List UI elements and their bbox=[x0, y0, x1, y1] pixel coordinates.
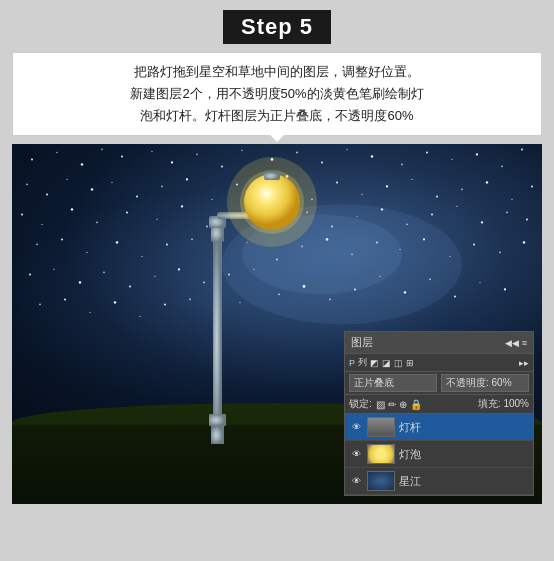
visibility-eye-lamppost[interactable]: 👁 bbox=[349, 422, 363, 432]
blend-mode-select[interactable]: 正片叠底 bbox=[349, 374, 437, 392]
panel-options-icon[interactable]: ≡ bbox=[522, 338, 527, 348]
panel-top-icons[interactable]: ◀◀ ≡ bbox=[505, 338, 527, 348]
layer-thumb-milky bbox=[367, 471, 395, 491]
layer-name-milky: 星江 bbox=[399, 474, 529, 489]
panel-icon-row: P 列 ◩ ◪ ◫ ⊞ ▸▸ bbox=[345, 354, 533, 372]
layer-row-milky[interactable]: 👁 星江 bbox=[345, 468, 533, 495]
panel-icon-grid[interactable]: ⊞ bbox=[406, 358, 414, 368]
panel-title: 图层 bbox=[351, 335, 373, 350]
svg-point-121 bbox=[244, 174, 300, 230]
lock-icons: ▨ ✏ ⊕ 🔒 bbox=[376, 399, 474, 410]
layer-row-lamppost[interactable]: 👁 灯杆 bbox=[345, 414, 533, 441]
panel-menu-icon[interactable]: ◀◀ bbox=[505, 338, 519, 348]
lock-pixels-icon[interactable]: ✏ bbox=[388, 399, 396, 410]
lock-transparent-icon[interactable]: ▨ bbox=[376, 399, 385, 410]
svg-rect-115 bbox=[213, 234, 222, 444]
panel-icon-adj[interactable]: ◪ bbox=[382, 358, 391, 368]
lock-row: 锁定: ▨ ✏ ⊕ 🔒 填充: 100% bbox=[345, 395, 533, 414]
lock-position-icon[interactable]: ⊕ bbox=[399, 399, 407, 410]
panel-header: 图层 ◀◀ ≡ bbox=[345, 332, 533, 354]
layer-thumb-globe bbox=[367, 444, 395, 464]
step-title: Step 5 bbox=[223, 10, 331, 44]
svg-rect-122 bbox=[264, 172, 280, 180]
layer-name-globe: 灯泡 bbox=[399, 447, 529, 462]
layer-row-globe[interactable]: 👁 灯泡 bbox=[345, 441, 533, 468]
main-image: 图层 ◀◀ ≡ P 列 ◩ ◪ ◫ ⊞ ▸▸ 正片叠底 不透明度: 60% bbox=[12, 144, 542, 504]
description-box: 把路灯拖到星空和草地中间的图层，调整好位置。 新建图层2个，用不透明度50%的淡… bbox=[12, 52, 542, 136]
blend-mode-row: 正片叠底 不透明度: 60% bbox=[345, 372, 533, 395]
main-container: Step 5 把路灯拖到星空和草地中间的图层，调整好位置。 新建图层2个，用不透… bbox=[0, 0, 554, 561]
svg-rect-123 bbox=[209, 414, 226, 426]
opacity-control[interactable]: 不透明度: 60% bbox=[441, 374, 529, 392]
fill-label: 填充: 100% bbox=[478, 397, 529, 411]
visibility-eye-milky[interactable]: 👁 bbox=[349, 476, 363, 486]
lock-all-icon[interactable]: 🔒 bbox=[410, 399, 422, 410]
layer-thumb-lamppost bbox=[367, 417, 395, 437]
panel-icon-p[interactable]: P bbox=[349, 358, 355, 368]
panel-icon-mask[interactable]: ◫ bbox=[394, 358, 403, 368]
lock-label: 锁定: bbox=[349, 397, 372, 411]
svg-rect-124 bbox=[211, 426, 224, 444]
panel-icon-fx[interactable]: ◩ bbox=[370, 358, 379, 368]
panel-icon-more[interactable]: ▸▸ bbox=[519, 358, 529, 368]
description-text: 把路灯拖到星空和草地中间的图层，调整好位置。 新建图层2个，用不透明度50%的淡… bbox=[130, 64, 423, 123]
layer-name-lamppost: 灯杆 bbox=[399, 420, 529, 435]
panel-icon-layers[interactable]: 列 bbox=[358, 356, 367, 369]
photoshop-layers-panel: 图层 ◀◀ ≡ P 列 ◩ ◪ ◫ ⊞ ▸▸ 正片叠底 不透明度: 60% bbox=[344, 331, 534, 496]
visibility-eye-globe[interactable]: 👁 bbox=[349, 449, 363, 459]
